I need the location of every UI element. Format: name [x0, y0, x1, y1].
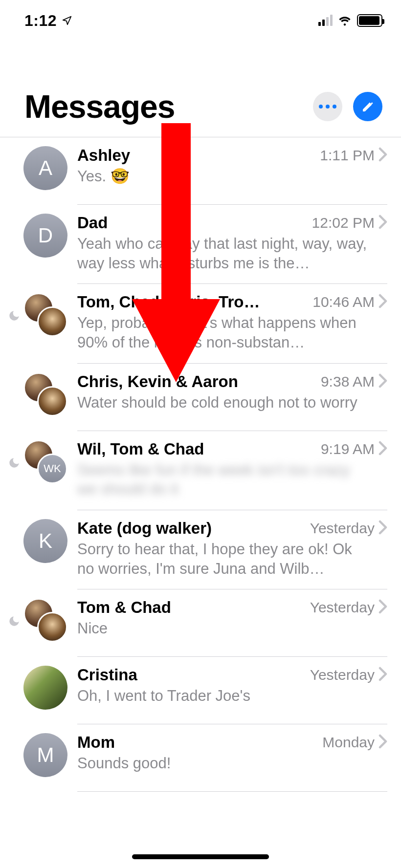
conversation-name: Wil, Tom & Chad — [77, 440, 204, 458]
status-right — [318, 14, 382, 27]
conversation-time: 9:19 AM — [321, 441, 375, 457]
row-body: Tom & ChadYesterdayNice — [77, 598, 387, 657]
row-body: Ashley1:11 PMYes. 🤓 — [77, 146, 387, 205]
cellular-signal-icon — [318, 15, 333, 26]
home-indicator — [132, 854, 269, 859]
row-body: Wil, Tom & Chad9:19 AMSeems like fun if … — [77, 440, 387, 510]
conversation-time: Monday — [322, 734, 375, 751]
battery-icon — [357, 14, 382, 27]
conversation-preview: Oh, I went to Trader Joe's — [77, 686, 387, 706]
conversation-name: Tom, Chad, Chris, Tro… — [77, 293, 260, 311]
conversation-time: 10:46 AM — [312, 294, 375, 310]
conversation-preview: Yep, probably. That's what happens when … — [77, 313, 387, 352]
chevron-right-icon — [379, 373, 387, 390]
conversation-time: 1:11 PM — [320, 147, 375, 164]
conversation-row[interactable]: MMomMondaySounds good! — [0, 724, 401, 792]
chevron-right-icon — [379, 441, 387, 457]
conversation-row[interactable]: Tom & ChadYesterdayNice — [0, 589, 401, 657]
header: Messages — [0, 34, 401, 137]
conversation-row[interactable]: Chris, Kevin & Aaron9:38 AMWater should … — [0, 364, 401, 431]
chevron-right-icon — [379, 520, 387, 537]
avatar — [23, 666, 67, 710]
conversation-row[interactable]: WKWil, Tom & Chad9:19 AMSeems like fun i… — [0, 431, 401, 510]
conversation-preview: Sounds good! — [77, 754, 387, 773]
avatar: D — [23, 214, 67, 258]
chevron-right-icon — [379, 294, 387, 310]
dnd-slot — [5, 372, 23, 389]
conversation-list[interactable]: AAshley1:11 PMYes. 🤓DDad12:02 PMYeah who… — [0, 137, 401, 792]
avatar — [23, 293, 67, 337]
page-title: Messages — [24, 88, 175, 125]
dnd-slot — [5, 440, 23, 471]
compose-button[interactable] — [353, 92, 382, 121]
do-not-disturb-icon — [8, 309, 21, 324]
conversation-preview: Sorry to hear that, I hope they are ok! … — [77, 540, 387, 578]
row-body: Kate (dog walker)YesterdaySorry to hear … — [77, 519, 387, 589]
dnd-slot — [5, 519, 23, 536]
conversation-time: 12:02 PM — [312, 215, 375, 231]
conversation-preview: Seems like fun if the week isn't too cra… — [77, 460, 387, 499]
conversation-time: Yesterday — [310, 520, 375, 537]
conversation-name: Kate (dog walker) — [77, 519, 212, 538]
row-body: Chris, Kevin & Aaron9:38 AMWater should … — [77, 372, 387, 431]
status-bar: 1:12 — [0, 0, 401, 34]
wifi-icon — [337, 15, 352, 26]
avatar: K — [23, 519, 67, 563]
conversation-name: Tom & Chad — [77, 598, 171, 617]
row-body: Tom, Chad, Chris, Tro…10:46 AMYep, proba… — [77, 293, 387, 363]
dnd-slot — [5, 733, 23, 750]
row-body: CristinaYesterdayOh, I went to Trader Jo… — [77, 666, 387, 724]
chevron-right-icon — [379, 667, 387, 683]
conversation-preview: Nice — [77, 619, 387, 638]
status-left: 1:12 — [24, 12, 72, 30]
row-body: MomMondaySounds good! — [77, 733, 387, 792]
avatar — [23, 598, 67, 642]
conversation-name: Cristina — [77, 666, 137, 684]
conversation-name: Chris, Kevin & Aaron — [77, 372, 238, 391]
conversation-preview: Water should be cold enough not to worry — [77, 393, 387, 412]
chevron-right-icon — [379, 734, 387, 751]
compose-icon — [360, 99, 375, 114]
avatar: WK — [23, 440, 67, 484]
conversation-row[interactable]: KKate (dog walker)YesterdaySorry to hear… — [0, 510, 401, 589]
conversation-row[interactable]: Tom, Chad, Chris, Tro…10:46 AMYep, proba… — [0, 284, 401, 363]
conversation-row[interactable]: AAshley1:11 PMYes. 🤓 — [0, 137, 401, 205]
avatar — [23, 372, 67, 416]
dnd-slot — [5, 293, 23, 324]
conversation-time: Yesterday — [310, 599, 375, 616]
ellipsis-icon — [319, 105, 336, 108]
conversation-row[interactable]: DDad12:02 PMYeah who can say that last n… — [0, 205, 401, 284]
chevron-right-icon — [379, 215, 387, 231]
conversation-name: Mom — [77, 733, 115, 752]
conversation-preview: Yeah who can say that last night, way, w… — [77, 234, 387, 273]
dnd-slot — [5, 214, 23, 230]
conversation-name: Dad — [77, 214, 108, 232]
dnd-slot — [5, 598, 23, 629]
avatar: A — [23, 146, 67, 190]
header-actions — [313, 92, 382, 121]
conversation-time: Yesterday — [310, 667, 375, 683]
row-body: Dad12:02 PMYeah who can say that last ni… — [77, 214, 387, 284]
more-button[interactable] — [313, 92, 342, 121]
dnd-slot — [5, 146, 23, 163]
location-icon — [62, 12, 72, 30]
conversation-name: Ashley — [77, 146, 130, 165]
status-time: 1:12 — [24, 12, 57, 30]
conversation-time: 9:38 AM — [321, 373, 375, 390]
conversation-preview: Yes. 🤓 — [77, 167, 387, 186]
dnd-slot — [5, 666, 23, 682]
do-not-disturb-icon — [8, 456, 21, 471]
avatar: M — [23, 733, 67, 777]
chevron-right-icon — [379, 599, 387, 616]
do-not-disturb-icon — [8, 615, 21, 629]
chevron-right-icon — [379, 147, 387, 164]
conversation-row[interactable]: CristinaYesterdayOh, I went to Trader Jo… — [0, 657, 401, 724]
